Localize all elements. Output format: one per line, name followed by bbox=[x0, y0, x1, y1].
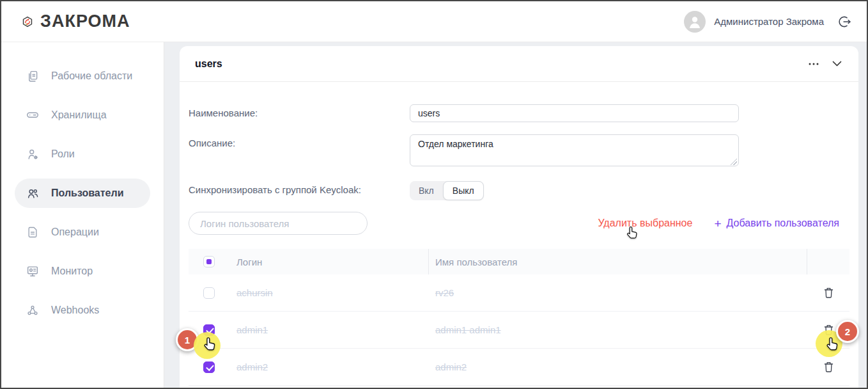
roles-icon bbox=[26, 147, 40, 161]
users-icon bbox=[26, 186, 40, 200]
row-checkbox[interactable] bbox=[203, 287, 215, 299]
card-header: users bbox=[180, 46, 858, 82]
logout-button[interactable] bbox=[837, 15, 851, 29]
sidebar-item-label: Хранилища bbox=[51, 109, 107, 121]
logo-text: ЗАКРОМА bbox=[40, 12, 130, 31]
sidebar-item-workspaces[interactable]: Рабочие области bbox=[15, 61, 150, 91]
card-collapse-button[interactable] bbox=[831, 60, 843, 68]
name-input[interactable] bbox=[410, 104, 739, 122]
row-login: achursin bbox=[236, 287, 428, 298]
row-login: admin2 bbox=[236, 361, 428, 372]
column-header-name: Имя пользователя bbox=[429, 257, 807, 267]
toggle-on-button[interactable]: Вкл bbox=[410, 181, 443, 200]
avatar-person-icon bbox=[684, 11, 706, 33]
app-logo: ЗАКРОМА bbox=[20, 12, 130, 31]
top-header: ЗАКРОМА Администратор Закрома bbox=[1, 1, 867, 42]
sidebar-item-label: Рабочие области bbox=[51, 70, 132, 82]
column-header-login: Логин bbox=[236, 257, 428, 267]
description-label: Описание: bbox=[189, 134, 410, 169]
user-menu[interactable]: Администратор Закрома bbox=[684, 11, 851, 33]
row-checkbox[interactable] bbox=[203, 361, 215, 373]
keycloak-toggle: Вкл Выкл bbox=[410, 181, 484, 200]
card-menu-button[interactable] bbox=[807, 61, 821, 67]
column-divider bbox=[807, 249, 807, 274]
sidebar: Рабочие области Хранилища bbox=[1, 42, 164, 388]
ellipsis-icon bbox=[808, 62, 819, 66]
filter-row: Удалить выбранное +Добавить пользователя bbox=[189, 212, 849, 235]
name-label: Наименование: bbox=[189, 104, 410, 122]
row-username: rv26 bbox=[429, 287, 807, 298]
workspaces-icon bbox=[26, 69, 40, 83]
sidebar-item-monitor[interactable]: Монитор bbox=[15, 257, 150, 286]
delete-row-button[interactable] bbox=[821, 322, 836, 338]
sidebar-item-label: Пользователи bbox=[51, 187, 123, 199]
description-field-row: Описание: Отдел маркетинга bbox=[189, 134, 849, 169]
delete-row-button[interactable] bbox=[821, 285, 836, 301]
sidebar-item-webhooks[interactable]: Webhooks bbox=[15, 296, 150, 325]
sidebar-item-roles[interactable]: Роли bbox=[15, 139, 150, 169]
trash-icon bbox=[824, 324, 833, 335]
login-search-input[interactable] bbox=[189, 212, 368, 235]
row-username: admin1 admin1 bbox=[429, 324, 807, 335]
user-name: Администратор Закрома bbox=[714, 16, 824, 27]
chevron-down-icon bbox=[832, 61, 842, 67]
table-header: Логин Имя пользователя bbox=[189, 249, 849, 274]
row-login: admin1 bbox=[236, 324, 428, 335]
row-checkbox[interactable] bbox=[203, 324, 215, 336]
app-window: ЗАКРОМА Администратор Закрома bbox=[0, 0, 868, 389]
operations-icon bbox=[26, 225, 40, 239]
sidebar-item-label: Роли bbox=[51, 148, 75, 160]
keycloak-label: Синхронизировать с группой Keycloak: bbox=[189, 181, 410, 200]
sidebar-item-users[interactable]: Пользователи bbox=[15, 179, 150, 208]
table-row: admin2 admin2 bbox=[189, 349, 849, 386]
storage-icon bbox=[26, 108, 40, 122]
webhooks-icon bbox=[26, 303, 40, 317]
description-textarea[interactable]: Отдел маркетинга bbox=[410, 134, 739, 166]
sidebar-item-label: Webhooks bbox=[51, 305, 99, 316]
sidebar-item-storages[interactable]: Хранилища bbox=[15, 100, 150, 130]
monitor-icon bbox=[26, 264, 40, 278]
avatar bbox=[684, 11, 706, 33]
sidebar-item-label: Монитор bbox=[51, 266, 93, 277]
row-username: admin2 bbox=[429, 361, 807, 372]
trash-icon bbox=[824, 287, 833, 298]
table-row: admin1 admin1 admin1 bbox=[189, 312, 849, 349]
add-user-link[interactable]: +Добавить пользователя bbox=[714, 218, 839, 230]
sidebar-item-label: Операции bbox=[51, 226, 99, 238]
delete-selected-link[interactable]: Удалить выбранное bbox=[598, 218, 692, 229]
name-field-row: Наименование: bbox=[189, 104, 849, 122]
table-row: achursin rv26 bbox=[189, 274, 849, 312]
delete-row-button[interactable] bbox=[821, 359, 836, 375]
logo-hexagon-icon bbox=[20, 15, 35, 29]
main-content: users bbox=[164, 42, 867, 388]
logout-icon bbox=[837, 15, 851, 29]
sidebar-item-operations[interactable]: Операции bbox=[15, 218, 150, 247]
toggle-off-button[interactable]: Выкл bbox=[443, 181, 484, 200]
plus-icon: + bbox=[714, 218, 721, 230]
select-all-checkbox[interactable] bbox=[203, 256, 215, 267]
trash-icon bbox=[824, 361, 833, 372]
keycloak-sync-row: Синхронизировать с группой Keycloak: Вкл… bbox=[189, 181, 849, 200]
group-card: users bbox=[180, 46, 858, 388]
add-user-label: Добавить пользователя bbox=[727, 218, 839, 229]
card-title: users bbox=[195, 58, 222, 70]
